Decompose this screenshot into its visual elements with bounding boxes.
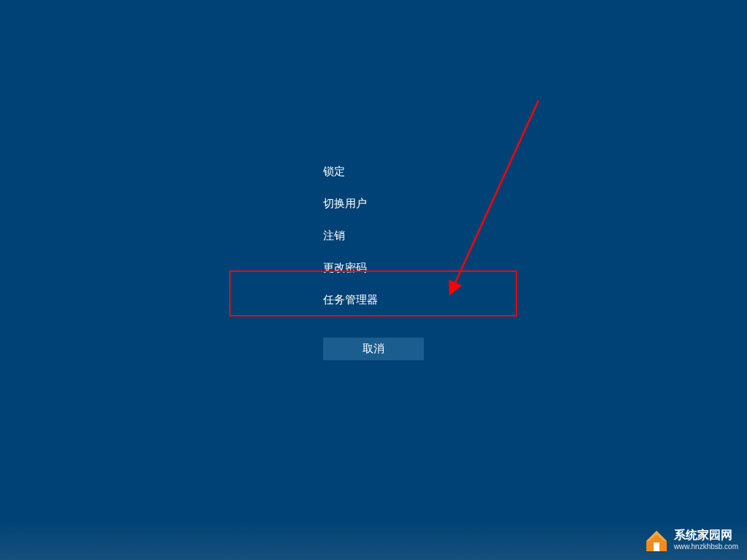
bottom-gradient [0,520,747,560]
menu-item-sign-out[interactable]: 注销 [323,219,378,252]
cancel-button[interactable]: 取消 [323,338,424,360]
menu-item-lock[interactable]: 锁定 [323,155,378,187]
security-options-menu: 锁定 切换用户 注销 更改密码 任务管理器 [323,155,378,316]
watermark: 系统家园网 www.hnzkhbsb.com [643,526,738,553]
watermark-url: www.hnzkhbsb.com [674,542,738,551]
watermark-text: 系统家园网 www.hnzkhbsb.com [674,528,738,551]
menu-item-change-password[interactable]: 更改密码 [323,252,378,284]
menu-item-task-manager[interactable]: 任务管理器 [323,284,378,316]
watermark-title: 系统家园网 [674,528,738,542]
annotation-arrow [444,97,546,301]
house-icon [643,526,670,553]
menu-item-switch-user[interactable]: 切换用户 [323,187,378,219]
svg-line-1 [451,101,538,292]
svg-rect-2 [654,542,659,551]
